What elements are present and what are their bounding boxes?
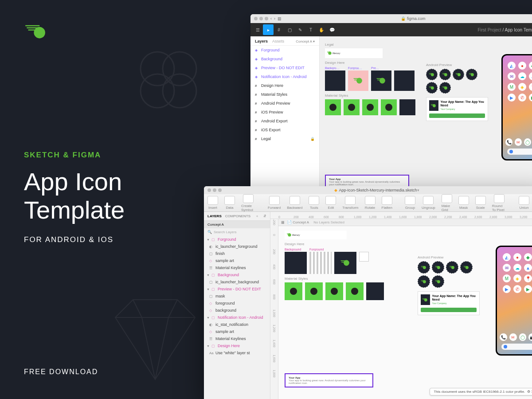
- artboard-foreground[interactable]: Forground: [309, 248, 332, 274]
- pen-tool-icon[interactable]: ✎: [295, 24, 305, 35]
- tb-tools[interactable]: Tools: [309, 196, 319, 210]
- legal-artboard[interactable]: Mercury: [325, 48, 383, 58]
- launcher-preview[interactable]: [426, 82, 438, 94]
- tb-scale[interactable]: Scale: [475, 196, 486, 210]
- launcher-preview[interactable]: [460, 261, 473, 274]
- layer-item[interactable]: ◈Forground: [250, 46, 319, 55]
- artboard-background[interactable]: Background: [285, 248, 307, 274]
- launcher-preview[interactable]: [466, 69, 477, 80]
- layer-item[interactable]: ◐ic_stat_notification: [204, 321, 270, 328]
- hand-tool-icon[interactable]: ✋: [316, 24, 327, 35]
- play-store-card[interactable]: Your App Name: The App You Need Your Com…: [418, 291, 480, 315]
- tb-union[interactable]: Union: [519, 196, 529, 210]
- launcher-preview[interactable]: [439, 82, 451, 94]
- material-style[interactable]: [305, 282, 323, 300]
- artboard-preview[interactable]: [334, 248, 356, 274]
- layer-item[interactable]: #Android Preview: [250, 99, 319, 108]
- install-button[interactable]: [421, 308, 477, 312]
- artboard-item[interactable]: ▼▢Preview - DO NOT EDIT: [204, 286, 270, 293]
- material-style[interactable]: [325, 282, 343, 300]
- frame-tool-icon[interactable]: #: [274, 24, 284, 35]
- sketch-canvas[interactable]: 02004006008001,0001,2001,4001,6001,8002,…: [270, 212, 532, 399]
- cta-free-download[interactable]: FREE DOWNLOAD: [24, 368, 98, 376]
- tb-group[interactable]: Group: [405, 196, 415, 210]
- tab-layers[interactable]: LAYERS: [207, 214, 222, 218]
- launcher-preview[interactable]: [426, 69, 438, 80]
- tb-make-grid[interactable]: Make Grid: [442, 194, 452, 212]
- filter-icon[interactable]: ⇵: [263, 214, 266, 218]
- material-style[interactable]: [325, 99, 341, 115]
- figma-canvas[interactable]: Legal Mercury Design Here Backgro… Forgr…: [320, 36, 532, 202]
- layer-item[interactable]: ◈Background: [250, 55, 319, 63]
- artboard-item[interactable]: ▼▢Forground: [204, 236, 270, 243]
- launcher-preview[interactable]: [453, 69, 464, 80]
- material-style[interactable]: [362, 99, 378, 115]
- page-selector[interactable]: Concept A ▾: [296, 39, 315, 43]
- material-style[interactable]: [399, 99, 415, 115]
- artboard-foreground[interactable]: Forgrou…: [348, 66, 368, 91]
- layer-item[interactable]: ▢mask: [204, 293, 270, 300]
- material-style[interactable]: [285, 282, 302, 300]
- tb-transform[interactable]: Transform: [342, 196, 358, 210]
- artboard-extra[interactable]: [394, 66, 415, 91]
- launcher-preview[interactable]: [418, 261, 430, 274]
- tb-edit[interactable]: Edit: [325, 196, 336, 210]
- pages-icon[interactable]: ▦: [281, 220, 285, 224]
- artboard-item[interactable]: ▼▢Background: [204, 271, 270, 278]
- text-tool-icon[interactable]: T: [305, 24, 316, 35]
- layer-item[interactable]: #iOS Export: [250, 125, 319, 134]
- device-preview-pixel[interactable]: ◭●◆▶ ✉☁▲◉ M◈📍📰 ▶✆▶⚙ 📞✉◯📷▶: [496, 246, 532, 356]
- comment-tool-icon[interactable]: 💬: [327, 24, 337, 35]
- menu-icon[interactable]: ☰: [252, 24, 263, 35]
- color-profile-tip[interactable]: This document uses the sRGB IEC61966-2.1…: [430, 388, 532, 395]
- launcher-preview[interactable]: [439, 69, 451, 80]
- material-style[interactable]: [366, 282, 384, 300]
- install-button[interactable]: [429, 113, 485, 118]
- layer-item[interactable]: ◇foreground: [204, 300, 270, 307]
- layer-item[interactable]: ◇sample art: [204, 257, 270, 264]
- layer-item[interactable]: ☰Material Keylines: [204, 264, 270, 271]
- layer-item[interactable]: #Design Here: [250, 81, 319, 90]
- layer-item[interactable]: ☰Material Keylines: [204, 335, 270, 342]
- layer-item[interactable]: ▢finish: [204, 250, 270, 257]
- launcher-preview[interactable]: [432, 275, 444, 288]
- forward-icon[interactable]: ›: [274, 16, 275, 21]
- tb-flatten[interactable]: Flatten: [382, 196, 392, 210]
- address-bar[interactable]: 🔒 figma.com: [284, 16, 532, 21]
- sidebar-icon[interactable]: ▥: [278, 16, 282, 21]
- layer-item[interactable]: ▢ic_launcher_background: [204, 278, 270, 286]
- layer-item[interactable]: #iOS Preview: [250, 108, 319, 117]
- layer-item[interactable]: ◐ic_launcher_foreground: [204, 243, 270, 250]
- launcher-preview[interactable]: [446, 261, 458, 274]
- shape-tool-icon[interactable]: ▢: [284, 24, 295, 35]
- page-item[interactable]: Concept A: [204, 221, 270, 228]
- tb-create-symbol[interactable]: Create Symbol: [241, 194, 255, 212]
- back-icon[interactable]: ‹: [270, 16, 272, 21]
- artboard-preview[interactable]: Pre…: [371, 66, 391, 91]
- tab-components[interactable]: COMPONENTS: [225, 214, 250, 218]
- layer-item[interactable]: AaUse "white" layer st: [204, 349, 270, 356]
- move-tool-icon[interactable]: ▸: [263, 24, 274, 35]
- layer-item[interactable]: ◈Notification Icon - Android: [250, 72, 319, 81]
- notification-preview[interactable]: Your App Your app is looking great now. …: [285, 373, 373, 387]
- layer-item[interactable]: #Legal🔒: [250, 134, 319, 143]
- tb-insert[interactable]: Insert: [207, 196, 218, 210]
- artboard-item[interactable]: ▼▢Notification Icon - Android: [204, 314, 270, 321]
- material-style[interactable]: [344, 99, 360, 115]
- breadcrumb[interactable]: First Project / App Icon Template ▾: [477, 27, 532, 32]
- material-style[interactable]: [381, 99, 397, 115]
- tb-forward[interactable]: Forward: [268, 196, 281, 210]
- material-style[interactable]: [346, 282, 364, 300]
- launcher-preview[interactable]: [432, 261, 444, 274]
- traffic-lights[interactable]: [254, 17, 268, 20]
- play-store-card[interactable]: Your App Name: The App You Need Your Com…: [426, 97, 488, 121]
- tb-ungroup[interactable]: Ungroup: [422, 196, 435, 210]
- tb-data[interactable]: Data: [224, 196, 235, 210]
- artboard-item[interactable]: ▼▢Design Here: [204, 342, 270, 349]
- search-layers[interactable]: 🔍Search Layers: [204, 228, 270, 236]
- tab-assets[interactable]: Assets: [272, 39, 284, 43]
- layer-item[interactable]: #Material Styles: [250, 90, 319, 99]
- layer-item[interactable]: ◇background: [204, 307, 270, 314]
- traffic-lights[interactable]: [207, 188, 222, 192]
- launcher-preview[interactable]: [418, 275, 430, 288]
